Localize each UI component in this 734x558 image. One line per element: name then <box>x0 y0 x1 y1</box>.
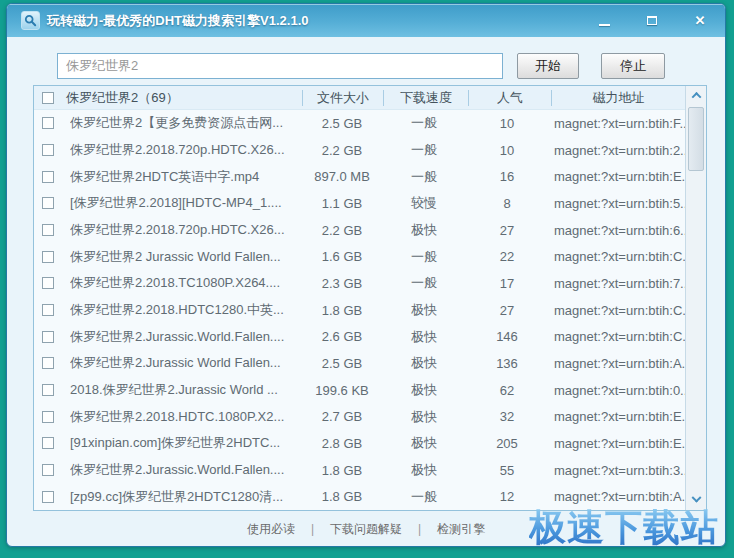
row-magnet-link[interactable]: magnet:?xt=urn:btih:3... <box>548 463 685 478</box>
row-speed: 极快 <box>382 381 466 399</box>
table-row[interactable]: [zp99.cc]侏罗纪世界2HDTC1280清...1.8 GB一般12mag… <box>34 483 685 510</box>
row-speed: 较慢 <box>382 194 466 212</box>
table-row[interactable]: 侏罗纪世界2.2018.HDTC.1080P.X2...2.7 GB极快32ma… <box>34 403 685 430</box>
row-checkbox[interactable] <box>42 491 54 503</box>
table-row[interactable]: 侏罗纪世界2 Jurassic World Fallen...1.6 GB一般2… <box>34 243 685 270</box>
close-button[interactable]: ✕ <box>687 11 713 31</box>
row-magnet-link[interactable]: magnet:?xt=urn:btih:E... <box>548 169 685 184</box>
row-checkbox[interactable] <box>42 117 54 129</box>
row-checkbox-cell <box>34 384 70 396</box>
row-checkbox[interactable] <box>42 171 54 183</box>
row-magnet-link[interactable]: magnet:?xt=urn:btih:7... <box>548 276 685 291</box>
row-checkbox[interactable] <box>42 331 54 343</box>
row-name: [91xinpian.com]侏罗纪世界2HDTC... <box>70 434 302 452</box>
table-row[interactable]: 侏罗纪世界2【更多免费资源点击网...2.5 GB一般10magnet:?xt=… <box>34 110 685 137</box>
row-size: 2.3 GB <box>302 276 382 291</box>
maximize-button[interactable] <box>639 11 665 31</box>
table-row[interactable]: 侏罗纪世界2.2018.TC1080P.X264....2.3 GB一般17ma… <box>34 270 685 297</box>
row-popularity: 12 <box>466 489 548 504</box>
row-magnet-link[interactable]: magnet:?xt=urn:btih:C... <box>548 249 685 264</box>
header-speed-label[interactable]: 下载速度 <box>384 89 468 107</box>
search-input[interactable] <box>57 53 503 79</box>
vertical-scrollbar[interactable] <box>685 86 706 510</box>
row-speed: 极快 <box>382 221 466 239</box>
row-checkbox-cell <box>34 251 70 263</box>
row-popularity: 136 <box>466 356 548 371</box>
row-checkbox-cell <box>34 304 70 316</box>
header-size-label[interactable]: 文件大小 <box>303 89 383 107</box>
row-name: 侏罗纪世界2.2018.720p.HDTC.X26... <box>70 221 302 239</box>
row-size: 897.0 MB <box>302 169 382 184</box>
header-magnet-label[interactable]: 磁力地址 <box>552 89 685 107</box>
row-checkbox-cell <box>34 224 70 236</box>
row-popularity: 146 <box>466 329 548 344</box>
table-row[interactable]: [91xinpian.com]侏罗纪世界2HDTC...2.8 GB极快205m… <box>34 430 685 457</box>
row-checkbox-cell <box>34 464 70 476</box>
row-speed: 极快 <box>382 301 466 319</box>
row-magnet-link[interactable]: magnet:?xt=urn:btih:A... <box>548 489 685 504</box>
row-magnet-link[interactable]: magnet:?xt=urn:btih:E... <box>548 436 685 451</box>
header-name-cell: 侏罗纪世界2（69） <box>34 89 302 107</box>
stop-button[interactable]: 停止 <box>601 53 665 79</box>
row-magnet-link[interactable]: magnet:?xt=urn:btih:C... <box>548 329 685 344</box>
row-name: 侏罗纪世界2【更多免费资源点击网... <box>70 114 302 132</box>
row-magnet-link[interactable]: magnet:?xt=urn:btih:A... <box>548 356 685 371</box>
row-checkbox[interactable] <box>42 304 54 316</box>
row-magnet-link[interactable]: magnet:?xt=urn:btih:C... <box>548 303 685 318</box>
start-button[interactable]: 开始 <box>517 53 579 79</box>
row-speed: 一般 <box>382 274 466 292</box>
row-popularity: 27 <box>466 223 548 238</box>
row-magnet-link[interactable]: magnet:?xt=urn:btih:E... <box>548 409 685 424</box>
table-row[interactable]: 侏罗纪世界2.2018.720p.HDTC.X26...2.2 GB极快27ma… <box>34 217 685 244</box>
row-popularity: 10 <box>466 143 548 158</box>
row-size: 1.8 GB <box>302 463 382 478</box>
row-magnet-link[interactable]: magnet:?xt=urn:btih:F... <box>548 116 685 131</box>
row-checkbox[interactable] <box>42 464 54 476</box>
table-row[interactable]: [侏罗纪世界2.2018][HDTC-MP4_1....1.1 GB较慢8mag… <box>34 190 685 217</box>
table-row[interactable]: 2018.侏罗纪世界2.Jurassic World ...199.6 KB极快… <box>34 377 685 404</box>
minimize-button[interactable] <box>591 11 617 31</box>
row-checkbox[interactable] <box>42 357 54 369</box>
row-checkbox[interactable] <box>42 251 54 263</box>
header-popularity-label[interactable]: 人气 <box>469 89 551 107</box>
chevron-down-icon <box>691 493 701 503</box>
row-magnet-link[interactable]: magnet:?xt=urn:btih:6... <box>548 223 685 238</box>
header-name-label: 侏罗纪世界2（69） <box>66 89 179 107</box>
row-size: 2.7 GB <box>302 409 382 424</box>
footer-link-usage-guide[interactable]: 使用必读 <box>247 521 295 538</box>
row-size: 2.6 GB <box>302 329 382 344</box>
desktop: { "window": { "title": "玩转磁力-最优秀的DHT磁力搜索… <box>0 0 734 558</box>
row-speed: 极快 <box>382 354 466 372</box>
row-magnet-link[interactable]: magnet:?xt=urn:btih:2... <box>548 143 685 158</box>
table-row[interactable]: 侏罗纪世界2.2018.720p.HDTC.X26...2.2 GB一般10ma… <box>34 137 685 164</box>
row-checkbox[interactable] <box>42 437 54 449</box>
row-checkbox-cell <box>34 117 70 129</box>
table-body: 侏罗纪世界2【更多免费资源点击网...2.5 GB一般10magnet:?xt=… <box>34 110 685 510</box>
table-row[interactable]: 侏罗纪世界2.Jurassic.World.Fallen....1.8 GB极快… <box>34 457 685 484</box>
row-checkbox[interactable] <box>42 224 54 236</box>
row-size: 2.2 GB <box>302 143 382 158</box>
scrollbar-up-button[interactable] <box>686 86 706 105</box>
select-all-checkbox[interactable] <box>42 92 54 104</box>
row-name: [侏罗纪世界2.2018][HDTC-MP4_1.... <box>70 194 302 212</box>
row-checkbox[interactable] <box>42 411 54 423</box>
results-table: 侏罗纪世界2（69） 文件大小 下载速度 人气 磁力地址 侏罗纪世界2【更多免费… <box>33 85 707 511</box>
row-magnet-link[interactable]: magnet:?xt=urn:btih:0... <box>548 383 685 398</box>
row-checkbox[interactable] <box>42 384 54 396</box>
row-popularity: 27 <box>466 303 548 318</box>
row-checkbox[interactable] <box>42 144 54 156</box>
table-row[interactable]: 侏罗纪世界2.2018.HDTC1280.中英...1.8 GB极快27magn… <box>34 297 685 324</box>
row-checkbox[interactable] <box>42 277 54 289</box>
footer-link-download-faq[interactable]: 下载问题解疑 <box>330 521 402 538</box>
footer-link-engine-check[interactable]: 检测引擎 <box>437 521 485 538</box>
table-row[interactable]: 侏罗纪世界2.Jurassic.World.Fallen....2.6 GB极快… <box>34 323 685 350</box>
row-size: 1.6 GB <box>302 249 382 264</box>
table-row[interactable]: 侏罗纪世界2HDTC英语中字.mp4897.0 MB一般16magnet:?xt… <box>34 163 685 190</box>
row-popularity: 10 <box>466 116 548 131</box>
row-magnet-link[interactable]: magnet:?xt=urn:btih:5... <box>548 196 685 211</box>
row-popularity: 16 <box>466 169 548 184</box>
row-checkbox[interactable] <box>42 197 54 209</box>
scrollbar-thumb[interactable] <box>688 107 704 171</box>
row-size: 2.8 GB <box>302 436 382 451</box>
table-row[interactable]: 侏罗纪世界2.Jurassic World Fallen...2.5 GB极快1… <box>34 350 685 377</box>
